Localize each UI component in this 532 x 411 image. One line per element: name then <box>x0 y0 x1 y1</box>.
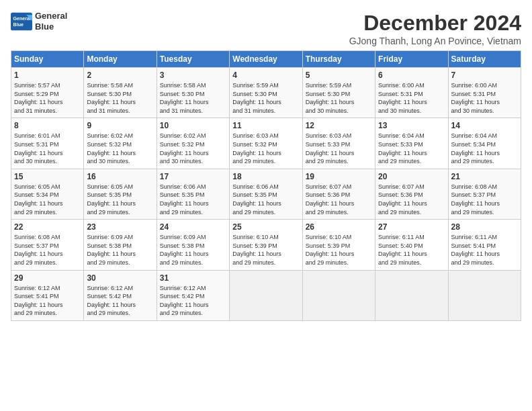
day-info: Sunrise: 6:02 AM Sunset: 5:32 PM Dayligh… <box>87 132 153 165</box>
table-row <box>302 270 375 320</box>
day-info: Sunrise: 6:02 AM Sunset: 5:32 PM Dayligh… <box>160 132 226 165</box>
logo-icon: General Blue <box>11 12 32 31</box>
table-row: 8Sunrise: 6:01 AM Sunset: 5:31 PM Daylig… <box>11 118 84 169</box>
day-number: 9 <box>87 121 153 130</box>
day-info: Sunrise: 5:59 AM Sunset: 5:30 PM Dayligh… <box>232 81 299 115</box>
day-number: 8 <box>14 121 81 130</box>
col-tuesday: Tuesday <box>157 51 229 68</box>
day-info: Sunrise: 6:12 AM Sunset: 5:42 PM Dayligh… <box>87 284 153 318</box>
table-row: 27Sunrise: 6:11 AM Sunset: 5:40 PM Dayli… <box>375 220 448 270</box>
day-info: Sunrise: 6:00 AM Sunset: 5:31 PM Dayligh… <box>451 81 518 115</box>
day-number: 18 <box>232 172 299 181</box>
table-row: 3Sunrise: 5:58 AM Sunset: 5:30 PM Daylig… <box>157 68 229 118</box>
table-row: 26Sunrise: 6:10 AM Sunset: 5:39 PM Dayli… <box>302 220 375 270</box>
day-info: Sunrise: 6:10 AM Sunset: 5:39 PM Dayligh… <box>306 233 372 267</box>
logo-text2: Blue <box>35 21 67 32</box>
table-row: 23Sunrise: 6:09 AM Sunset: 5:38 PM Dayli… <box>84 220 157 270</box>
table-row: 6Sunrise: 6:00 AM Sunset: 5:31 PM Daylig… <box>375 68 448 118</box>
day-info: Sunrise: 6:10 AM Sunset: 5:39 PM Dayligh… <box>232 233 299 267</box>
title-area: December 2024 GJong Thanh, Long An Povin… <box>349 11 521 46</box>
table-row: 12Sunrise: 6:03 AM Sunset: 5:33 PM Dayli… <box>302 118 375 169</box>
table-row: 4Sunrise: 5:59 AM Sunset: 5:30 PM Daylig… <box>230 68 302 118</box>
header-area: General Blue General Blue December 2024 … <box>11 11 521 46</box>
table-row <box>230 270 302 320</box>
table-row: 24Sunrise: 6:09 AM Sunset: 5:38 PM Dayli… <box>157 220 229 270</box>
table-row: 2Sunrise: 5:58 AM Sunset: 5:30 PM Daylig… <box>84 68 157 118</box>
day-info: Sunrise: 6:08 AM Sunset: 5:37 PM Dayligh… <box>451 183 518 216</box>
col-friday: Friday <box>375 51 448 68</box>
day-number: 30 <box>87 273 153 283</box>
day-info: Sunrise: 5:58 AM Sunset: 5:30 PM Dayligh… <box>87 81 153 115</box>
calendar-subtitle: GJong Thanh, Long An Povince, Vietnam <box>349 36 521 46</box>
day-number: 21 <box>451 172 518 181</box>
day-info: Sunrise: 6:11 AM Sunset: 5:41 PM Dayligh… <box>451 233 518 267</box>
day-number: 13 <box>378 121 445 130</box>
day-number: 19 <box>306 172 372 181</box>
table-row: 5Sunrise: 5:59 AM Sunset: 5:30 PM Daylig… <box>302 68 375 118</box>
day-number: 23 <box>87 222 153 232</box>
day-info: Sunrise: 6:07 AM Sunset: 5:36 PM Dayligh… <box>306 183 372 216</box>
table-row: 17Sunrise: 6:06 AM Sunset: 5:35 PM Dayli… <box>157 169 229 219</box>
day-number: 3 <box>160 71 226 80</box>
day-info: Sunrise: 6:12 AM Sunset: 5:41 PM Dayligh… <box>14 284 81 318</box>
table-row: 18Sunrise: 6:06 AM Sunset: 5:35 PM Dayli… <box>230 169 302 219</box>
table-row: 13Sunrise: 6:04 AM Sunset: 5:33 PM Dayli… <box>375 118 448 169</box>
day-number: 22 <box>14 222 81 232</box>
day-number: 12 <box>306 121 372 130</box>
table-row: 30Sunrise: 6:12 AM Sunset: 5:42 PM Dayli… <box>84 270 157 320</box>
table-row: 10Sunrise: 6:02 AM Sunset: 5:32 PM Dayli… <box>157 118 229 169</box>
table-row: 25Sunrise: 6:10 AM Sunset: 5:39 PM Dayli… <box>230 220 302 270</box>
day-info: Sunrise: 5:58 AM Sunset: 5:30 PM Dayligh… <box>160 81 226 115</box>
day-info: Sunrise: 6:01 AM Sunset: 5:31 PM Dayligh… <box>14 132 81 165</box>
day-number: 7 <box>451 71 518 80</box>
day-number: 14 <box>451 121 518 130</box>
table-row: 19Sunrise: 6:07 AM Sunset: 5:36 PM Dayli… <box>302 169 375 219</box>
col-monday: Monday <box>84 51 157 68</box>
day-info: Sunrise: 6:07 AM Sunset: 5:36 PM Dayligh… <box>378 183 445 216</box>
day-info: Sunrise: 6:06 AM Sunset: 5:35 PM Dayligh… <box>232 183 299 216</box>
day-number: 27 <box>378 222 445 232</box>
calendar-week-row: 22Sunrise: 6:08 AM Sunset: 5:37 PM Dayli… <box>11 220 521 270</box>
day-number: 11 <box>232 121 299 130</box>
day-number: 17 <box>160 172 226 181</box>
day-number: 6 <box>378 71 445 80</box>
day-info: Sunrise: 6:09 AM Sunset: 5:38 PM Dayligh… <box>87 233 153 267</box>
day-number: 16 <box>87 172 153 181</box>
day-info: Sunrise: 6:03 AM Sunset: 5:32 PM Dayligh… <box>232 132 299 165</box>
col-wednesday: Wednesday <box>230 51 302 68</box>
day-number: 1 <box>14 71 81 80</box>
day-info: Sunrise: 6:05 AM Sunset: 5:35 PM Dayligh… <box>87 183 153 216</box>
svg-text:Blue: Blue <box>13 22 24 28</box>
day-number: 26 <box>306 222 372 232</box>
calendar-week-row: 29Sunrise: 6:12 AM Sunset: 5:41 PM Dayli… <box>11 270 521 320</box>
col-saturday: Saturday <box>448 51 521 68</box>
day-info: Sunrise: 6:04 AM Sunset: 5:33 PM Dayligh… <box>378 132 445 165</box>
day-number: 15 <box>14 172 81 181</box>
table-row: 31Sunrise: 6:12 AM Sunset: 5:42 PM Dayli… <box>157 270 229 320</box>
day-number: 25 <box>232 222 299 232</box>
table-row: 20Sunrise: 6:07 AM Sunset: 5:36 PM Dayli… <box>375 169 448 219</box>
day-info: Sunrise: 6:06 AM Sunset: 5:35 PM Dayligh… <box>160 183 226 216</box>
table-row: 7Sunrise: 6:00 AM Sunset: 5:31 PM Daylig… <box>448 68 521 118</box>
day-info: Sunrise: 6:12 AM Sunset: 5:42 PM Dayligh… <box>160 284 226 318</box>
day-info: Sunrise: 5:59 AM Sunset: 5:30 PM Dayligh… <box>306 81 372 115</box>
table-row: 11Sunrise: 6:03 AM Sunset: 5:32 PM Dayli… <box>230 118 302 169</box>
logo: General Blue General Blue <box>11 11 67 32</box>
calendar-title: December 2024 <box>349 11 521 36</box>
calendar-week-row: 8Sunrise: 6:01 AM Sunset: 5:31 PM Daylig… <box>11 118 521 169</box>
table-row: 14Sunrise: 6:04 AM Sunset: 5:34 PM Dayli… <box>448 118 521 169</box>
col-thursday: Thursday <box>302 51 375 68</box>
day-info: Sunrise: 6:08 AM Sunset: 5:37 PM Dayligh… <box>14 233 81 267</box>
table-row: 9Sunrise: 6:02 AM Sunset: 5:32 PM Daylig… <box>84 118 157 169</box>
table-row: 16Sunrise: 6:05 AM Sunset: 5:35 PM Dayli… <box>84 169 157 219</box>
col-sunday: Sunday <box>11 51 84 68</box>
day-number: 31 <box>160 273 226 283</box>
day-number: 10 <box>160 121 226 130</box>
day-info: Sunrise: 6:09 AM Sunset: 5:38 PM Dayligh… <box>160 233 226 267</box>
day-info: Sunrise: 5:57 AM Sunset: 5:29 PM Dayligh… <box>14 81 81 115</box>
day-number: 28 <box>451 222 518 232</box>
calendar-header-row: Sunday Monday Tuesday Wednesday Thursday… <box>11 51 521 68</box>
table-row <box>448 270 521 320</box>
day-info: Sunrise: 6:00 AM Sunset: 5:31 PM Dayligh… <box>378 81 445 115</box>
table-row: 28Sunrise: 6:11 AM Sunset: 5:41 PM Dayli… <box>448 220 521 270</box>
